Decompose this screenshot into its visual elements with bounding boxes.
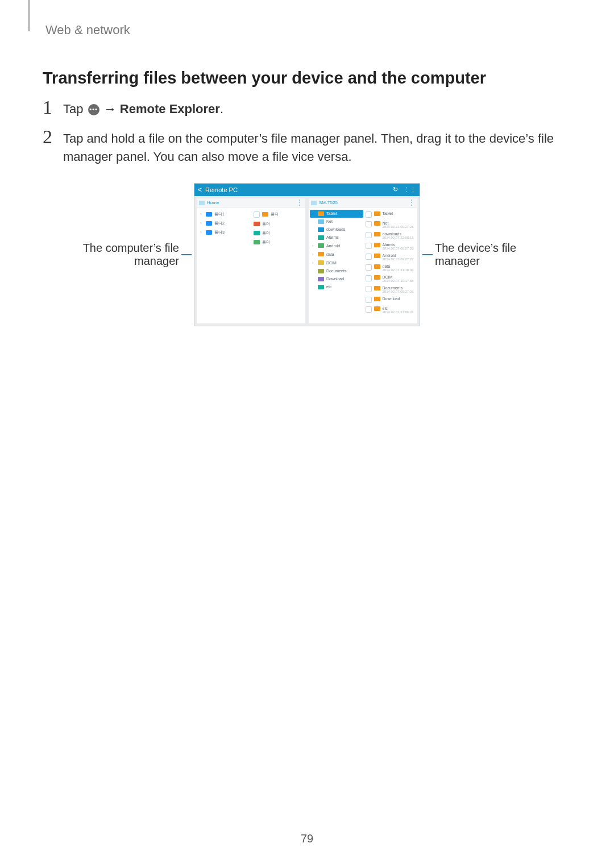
row-label: Android (326, 244, 340, 248)
list-item[interactable]: Alarms (310, 234, 363, 242)
refresh-icon[interactable]: ↻ (393, 186, 398, 193)
list-item[interactable]: downloads (310, 226, 363, 234)
folder-icon (254, 222, 260, 226)
checkbox[interactable] (366, 264, 372, 271)
folder-icon (262, 212, 268, 217)
list-item[interactable]: Net2014.02.21 09:27:26 (363, 219, 417, 230)
callout-line (181, 254, 192, 255)
folder-icon (374, 232, 380, 236)
list-item[interactable]: data2014.02.07 21:16:06 (363, 263, 417, 273)
folder-icon (318, 235, 324, 240)
row-label: Download (383, 297, 400, 301)
row-label: etc (383, 306, 388, 310)
row-label: 폴더 (271, 211, 279, 217)
row-sub: 2014.02.07 09:27:27 (383, 258, 414, 261)
list-item[interactable]: ›data (310, 250, 363, 259)
list-item[interactable]: DCIM2014.02.07 10:17:58 (363, 273, 417, 284)
list-item[interactable]: Tablet (363, 210, 417, 219)
list-item[interactable]: Documents (310, 267, 363, 275)
list-item[interactable]: Download (310, 275, 363, 283)
steps-list: 1 Tap ••• → Remote Explorer. 2 Tap and h… (43, 100, 571, 166)
caret-icon: › (200, 221, 204, 226)
grid-icon[interactable]: ⋮⋮ (404, 186, 416, 193)
step-1: 1 Tap ••• → Remote Explorer. (43, 100, 571, 118)
checkbox[interactable] (366, 232, 372, 238)
header-rule (28, 0, 30, 31)
back-icon[interactable]: < (198, 186, 202, 194)
row-label: Android (383, 254, 396, 258)
row-sub: 2014.02.07 21:86:21 (383, 310, 414, 314)
folder-icon (318, 252, 324, 256)
menu-icon[interactable]: ⋮ (408, 200, 415, 205)
list-item[interactable]: Tablet (310, 210, 363, 218)
row-label: Tablet (383, 211, 393, 215)
list-item[interactable]: 폴더 (251, 210, 305, 219)
list-item[interactable]: 폴더 (251, 219, 305, 229)
list-item[interactable]: 폴더 (251, 238, 305, 247)
folder-icon (318, 219, 324, 224)
folder-icon (374, 275, 380, 280)
folder-icon (374, 297, 380, 301)
list-item[interactable]: downloads2014.02.07 22:08:15 (363, 230, 417, 241)
callout-left-wrap: The computer’s file manager (65, 242, 194, 268)
panel-header: SM-T525 ⋮ (309, 198, 417, 207)
list-item[interactable]: Download (363, 295, 417, 305)
callout-text-line: manager (435, 255, 480, 267)
row-label: DCIM (383, 275, 393, 279)
menu-icon[interactable]: ⋮ (296, 200, 303, 205)
folder-icon (318, 260, 324, 265)
row-label: data (383, 264, 391, 268)
list-item[interactable]: ›Android (310, 242, 363, 250)
panel-body: ›폴더1 ›폴더2 ›폴더3 폴더 폴더 폴더 폴더 (197, 207, 305, 249)
checkbox[interactable] (366, 297, 372, 303)
folder-icon (318, 243, 324, 248)
row-label: Documents (326, 269, 346, 273)
folder-icon (318, 285, 324, 289)
panel-col-left: ›폴더1 ›폴더2 ›폴더3 (198, 210, 251, 247)
breadcrumb: Web & network (45, 23, 571, 38)
titlebar-text: Remote PC (205, 186, 238, 193)
checkbox[interactable] (366, 306, 372, 313)
checkbox[interactable] (366, 221, 372, 227)
list-item[interactable]: ›폴더1 (198, 210, 251, 219)
row-sub: 2014.02.07 09:27:26 (383, 247, 414, 250)
row-sub: 2014.02.07 22:08:15 (383, 236, 414, 239)
section-title: Transferring files between your device a… (43, 69, 571, 88)
row-label: 폴더1 (214, 211, 225, 217)
arrow-text: → (104, 102, 120, 116)
folder-icon (318, 269, 324, 273)
list-item[interactable]: ›DCIM (310, 259, 363, 267)
caret-icon: › (312, 243, 316, 248)
list-item[interactable]: ›폴더2 (198, 219, 251, 228)
list-item[interactable]: Android2014.02.07 09:27:27 (363, 252, 417, 263)
text: Tap (63, 102, 87, 116)
row-label: DCIM (326, 261, 337, 265)
row-sub: 2014.02.21 09:27:26 (383, 225, 414, 229)
callout-text-line: manager (134, 255, 179, 267)
checkbox[interactable] (254, 211, 260, 218)
page: Web & network Transferring files between… (0, 0, 614, 868)
more-icon: ••• (88, 104, 99, 115)
checkbox[interactable] (366, 275, 372, 281)
list-item[interactable]: Net (310, 218, 363, 226)
list-item[interactable]: Documents2014.02.07 09:27:26 (363, 284, 417, 295)
list-item[interactable]: etc (310, 283, 363, 291)
checkbox[interactable] (366, 286, 372, 292)
checkbox[interactable] (366, 211, 372, 218)
folder-icon (206, 230, 212, 235)
checkbox[interactable] (366, 254, 372, 260)
folder-icon (374, 306, 380, 311)
callout-right-wrap: The device’s file manager (420, 242, 549, 268)
pc-icon (199, 201, 205, 205)
list-item[interactable]: Alarms2014.02.07 09:27:26 (363, 241, 417, 252)
list-item[interactable]: etc2014.02.07 21:86:21 (363, 305, 417, 315)
callout-text-line: The computer’s file (83, 242, 179, 254)
list-item[interactable]: ›폴더3 (198, 228, 251, 237)
folder-icon (374, 254, 380, 258)
row-label: 폴더2 (214, 221, 225, 226)
checkbox[interactable] (366, 243, 372, 249)
panel-col-right: Tablet Net2014.02.21 09:27:26 downloads2… (363, 210, 417, 315)
list-item[interactable]: 폴더 (251, 229, 305, 238)
folder-icon (374, 286, 380, 290)
folder-icon (254, 231, 260, 235)
